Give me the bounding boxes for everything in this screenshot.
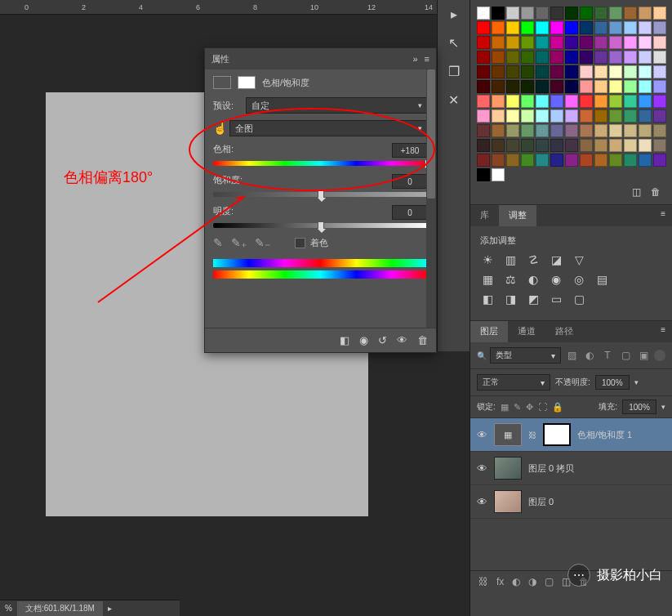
lookup-icon[interactable]: ▤ (594, 273, 609, 286)
layer-item-adjustment[interactable]: 👁 ▦ ⛓ 色相/饱和度 1 (470, 418, 672, 452)
swatch[interactable] (477, 51, 490, 64)
swatch[interactable] (639, 7, 652, 20)
swatch[interactable] (521, 21, 534, 34)
swatch[interactable] (580, 80, 593, 93)
swatch[interactable] (521, 95, 534, 108)
swatch[interactable] (506, 139, 519, 152)
swatch[interactable] (594, 95, 607, 108)
swatch[interactable] (594, 80, 607, 93)
gradient-map-icon[interactable]: ▭ (549, 292, 563, 306)
brightness-icon[interactable]: ☀ (480, 253, 495, 266)
swatch[interactable] (639, 65, 652, 78)
delete-swatch-icon[interactable]: 🗑 (651, 186, 661, 198)
swatch[interactable] (639, 80, 652, 93)
swatch[interactable] (536, 65, 549, 78)
swatch[interactable] (653, 124, 666, 137)
swatch[interactable] (653, 139, 666, 152)
swatch[interactable] (609, 124, 622, 137)
swatch[interactable] (536, 139, 549, 152)
delete-icon[interactable]: 🗑 (417, 334, 428, 346)
mask-icon[interactable] (238, 76, 256, 89)
saturation-input[interactable] (392, 174, 428, 189)
swatch[interactable] (536, 80, 549, 93)
swatch[interactable] (550, 21, 563, 34)
swatch[interactable] (550, 7, 563, 20)
swatch[interactable] (624, 21, 637, 34)
swatch[interactable] (521, 80, 534, 93)
fill-input[interactable] (622, 400, 656, 414)
panel-menu-icon[interactable]: ≡ (654, 205, 672, 226)
swatch[interactable] (624, 51, 637, 64)
chevron-down-icon[interactable]: ▾ (661, 403, 665, 411)
swatch[interactable] (565, 65, 578, 78)
exposure-icon[interactable]: ◪ (549, 253, 563, 266)
swatch[interactable] (565, 80, 578, 93)
new-group-icon[interactable]: ▢ (545, 576, 554, 587)
filter-shape-icon[interactable]: ▢ (618, 350, 633, 361)
lightness-slider[interactable] (213, 223, 428, 228)
preset-select[interactable]: 自定▾ (246, 97, 428, 114)
swatch[interactable] (565, 7, 578, 20)
swatch[interactable] (521, 154, 534, 167)
swatch[interactable] (506, 65, 519, 78)
curves-icon[interactable]: ☡ (526, 253, 541, 266)
tab-adjustments[interactable]: 调整 (499, 205, 536, 226)
swatch[interactable] (580, 65, 593, 78)
lock-all-icon[interactable]: 🔒 (552, 402, 563, 413)
levels-icon[interactable]: ▥ (503, 253, 518, 266)
swatch[interactable] (609, 139, 622, 152)
swatch[interactable] (624, 36, 637, 49)
swatch[interactable] (492, 139, 505, 152)
swatch[interactable] (492, 124, 505, 137)
swatch[interactable] (653, 109, 666, 123)
swatch[interactable] (580, 7, 593, 20)
swatch[interactable] (550, 51, 563, 64)
swatch[interactable] (550, 124, 563, 137)
zoom-value[interactable]: % (5, 604, 12, 613)
swatch[interactable] (594, 7, 607, 20)
swatch[interactable] (609, 109, 622, 123)
swatch[interactable] (624, 95, 637, 108)
visibility-icon[interactable]: 👁 (477, 462, 487, 475)
lock-pixels-icon[interactable]: ✎ (514, 402, 521, 413)
swatch[interactable] (580, 51, 593, 64)
swatch[interactable] (492, 80, 505, 93)
visibility-icon[interactable]: 👁 (397, 334, 407, 346)
swatch[interactable] (639, 109, 652, 123)
properties-header[interactable]: 属性 » ≡ (205, 48, 436, 69)
swatch[interactable] (609, 51, 622, 64)
swatch[interactable] (536, 109, 549, 123)
swatch[interactable] (594, 139, 607, 152)
swatch[interactable] (653, 80, 666, 93)
targeted-adjustment-icon[interactable]: ☝ (213, 122, 229, 135)
swatch[interactable] (580, 109, 593, 123)
swatch[interactable] (477, 65, 490, 78)
lock-position-icon[interactable]: ✥ (526, 402, 533, 413)
swatch[interactable] (521, 51, 534, 64)
opacity-input[interactable] (595, 375, 630, 390)
swatch[interactable] (653, 36, 666, 49)
swatch[interactable] (477, 21, 490, 34)
swatch[interactable] (477, 168, 490, 181)
filter-type-icon[interactable]: T (600, 350, 615, 361)
layers-icon[interactable]: ❐ (448, 64, 460, 79)
swatch[interactable] (506, 36, 519, 49)
swatch[interactable] (609, 36, 622, 49)
swatch[interactable] (521, 36, 534, 49)
swatch[interactable] (492, 36, 505, 49)
swatch[interactable] (639, 36, 652, 49)
swatch[interactable] (624, 139, 637, 152)
filter-toggle[interactable] (654, 350, 665, 361)
channel-mixer-icon[interactable]: ◎ (572, 273, 586, 286)
swatch[interactable] (653, 7, 666, 20)
swatch[interactable] (492, 168, 505, 181)
tab-library[interactable]: 库 (470, 205, 499, 226)
tab-layers[interactable]: 图层 (470, 321, 508, 342)
swatch[interactable] (477, 95, 490, 108)
swatch[interactable] (506, 51, 519, 64)
swatch[interactable] (609, 21, 622, 34)
swatch[interactable] (639, 21, 652, 34)
swatch[interactable] (624, 124, 637, 137)
swatch[interactable] (536, 7, 549, 20)
swatch[interactable] (550, 139, 563, 152)
